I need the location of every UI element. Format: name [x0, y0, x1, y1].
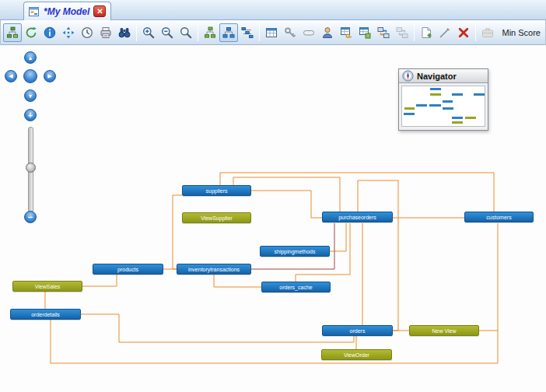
- info-icon: [44, 26, 56, 39]
- pan-up-button[interactable]: ▲: [24, 51, 37, 64]
- connection-line: [358, 180, 398, 331]
- entity-customers[interactable]: customers: [464, 212, 534, 222]
- app-window: *My Model ✕ Min Score: [0, 0, 546, 392]
- connection-line: [251, 191, 322, 218]
- entity-orderdetails[interactable]: orderdetails: [10, 309, 81, 320]
- entity-products[interactable]: products: [93, 264, 163, 275]
- history-button[interactable]: [78, 23, 96, 42]
- pan-left-button[interactable]: ◀: [5, 70, 17, 82]
- entity-viewsupplier[interactable]: ViewSupplier: [182, 212, 251, 223]
- navigator-mini-bar: [416, 104, 427, 107]
- zoom-in-button[interactable]: [139, 23, 158, 42]
- package-button[interactable]: [478, 23, 497, 42]
- toolbar-separator: [414, 24, 415, 41]
- toolbar-separator: [259, 24, 260, 41]
- refresh-icon: [25, 26, 37, 39]
- zoom-actual-button[interactable]: [177, 23, 195, 42]
- pan-center-button[interactable]: [23, 69, 37, 83]
- delete-x-icon: [457, 26, 470, 39]
- connection-line: [214, 275, 261, 287]
- navigator-mini-bar: [465, 117, 476, 119]
- new-view-icon: [420, 26, 432, 39]
- connection-line: [173, 195, 182, 269]
- print-icon: [100, 26, 112, 39]
- fit-content-button[interactable]: [59, 23, 78, 42]
- connection-line: [82, 275, 117, 286]
- pan-right-button[interactable]: ▶: [44, 70, 56, 82]
- entity-vieworder[interactable]: ViewOrder: [321, 349, 392, 360]
- tab-bar: *My Model ✕: [0, 0, 546, 20]
- compass-icon: [402, 70, 414, 82]
- table-view-icon: [359, 26, 371, 39]
- magnifier-icon: [180, 26, 192, 39]
- entity-inventorytransactions[interactable]: inventorytransactions: [177, 264, 251, 275]
- tab-title: *My Model: [44, 6, 89, 17]
- navigator-mini-bar: [443, 100, 453, 103]
- navigator-mini-bar: [452, 93, 463, 96]
- sync-relations-button[interactable]: [374, 23, 393, 42]
- entity-new-view[interactable]: New View: [409, 325, 479, 336]
- tab-close-button[interactable]: ✕: [93, 5, 106, 17]
- model-document-icon: [29, 6, 40, 17]
- connection-line: [220, 173, 494, 212]
- entity-viewsales[interactable]: ViewSales: [12, 281, 82, 292]
- navigator-map[interactable]: [404, 88, 483, 124]
- diagram-view-button[interactable]: [219, 23, 238, 42]
- navigator-body: [401, 86, 485, 127]
- table-key-icon: [340, 26, 352, 39]
- navigator-mini-bar: [443, 107, 453, 110]
- diagram-canvas[interactable]: suppliersViewSupplierpurchaseorderscusto…: [0, 45, 546, 392]
- zoom-slider-thumb[interactable]: [26, 163, 36, 173]
- draw-relation-button[interactable]: [436, 23, 454, 42]
- user-permissions-button[interactable]: [318, 23, 337, 42]
- entity-orders_cache[interactable]: orders_cache: [261, 282, 331, 292]
- delete-button[interactable]: [454, 23, 473, 42]
- entity-suppliers[interactable]: suppliers: [182, 185, 251, 196]
- binoculars-icon: [118, 26, 131, 39]
- navigator-title: Navigator: [417, 72, 457, 81]
- new-view-button[interactable]: [417, 23, 436, 42]
- navigator-mini-bar: [404, 113, 415, 115]
- field-icon: [303, 26, 315, 39]
- sync-relations-disabled-icon: [396, 26, 408, 39]
- zoom-in-icon: [142, 26, 155, 39]
- auto-layout-button[interactable]: [201, 23, 219, 42]
- tab-my-model[interactable]: *My Model ✕: [23, 2, 111, 20]
- navigator-mini-bar: [404, 107, 415, 110]
- navigator-mini-bar: [430, 93, 441, 96]
- table-keys-button[interactable]: [337, 23, 355, 42]
- primary-key-button[interactable]: [281, 23, 299, 42]
- table-view-button[interactable]: [355, 23, 374, 42]
- new-field-button[interactable]: [299, 23, 318, 42]
- toolbar: Min Score: [0, 20, 546, 45]
- zoom-out-button[interactable]: [158, 23, 177, 42]
- entity-purchaseorders[interactable]: purchaseorders: [322, 212, 393, 222]
- sync-relations-disabled-button[interactable]: [393, 23, 411, 42]
- zoom-in-circle-button[interactable]: +: [24, 109, 37, 121]
- clock-icon: [81, 26, 93, 39]
- toolbar-separator: [475, 24, 476, 41]
- fit-content-icon: [62, 26, 75, 39]
- navigator-panel[interactable]: Navigator: [398, 68, 488, 131]
- user-icon: [321, 26, 334, 39]
- pencil-line-icon: [439, 26, 451, 39]
- entity-orders[interactable]: orders: [322, 325, 393, 336]
- connection-line: [330, 223, 346, 251]
- model-overview-button[interactable]: [3, 23, 22, 42]
- navigator-mini-bar: [452, 121, 463, 124]
- min-score-label: Min Score: [502, 28, 543, 37]
- navigator-mini-bar: [429, 104, 441, 107]
- print-button[interactable]: [96, 23, 115, 42]
- entity-shippingmethods[interactable]: shippingmethods: [260, 246, 330, 257]
- info-button[interactable]: [40, 23, 59, 42]
- model-overview-icon: [6, 26, 19, 39]
- new-table-button[interactable]: [262, 23, 281, 42]
- hierarchy-view-button[interactable]: [238, 23, 257, 42]
- navigator-header[interactable]: Navigator: [399, 69, 488, 83]
- hierarchy-view-icon: [241, 26, 254, 39]
- pan-down-button[interactable]: ▼: [24, 89, 37, 102]
- find-button[interactable]: [115, 23, 134, 42]
- zoom-out-circle-button[interactable]: −: [24, 211, 37, 223]
- refresh-button[interactable]: [22, 23, 40, 42]
- diagram-view-icon: [222, 26, 235, 39]
